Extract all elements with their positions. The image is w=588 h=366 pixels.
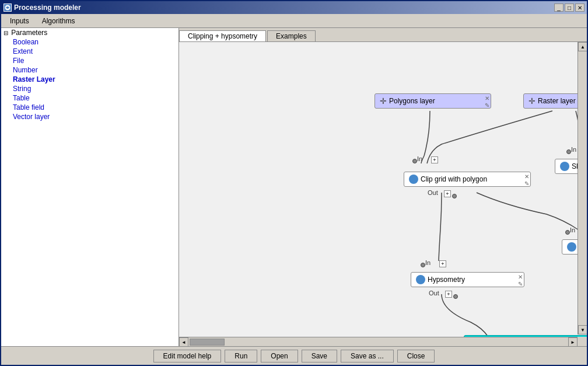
conn-clip-out-dot [452, 194, 457, 198]
footer-bar: Edit model help Run Open Save Save as ..… [1, 346, 587, 365]
globe-icon-rstat [567, 242, 576, 252]
save-button[interactable]: Save [302, 350, 337, 362]
sidebar-item-file[interactable]: File [1, 56, 178, 65]
conn-hyps-out-expand[interactable]: + [445, 291, 452, 298]
node-hyps-close-icon[interactable]: ✕ [518, 274, 523, 280]
node-polygons-edit-icon[interactable]: ✎ [485, 102, 489, 109]
horizontal-scrollbar[interactable]: ◄ ► [179, 337, 578, 346]
scroll-down-button[interactable]: ▼ [578, 325, 587, 334]
conn-clip-in-label: In [417, 155, 422, 162]
scrollbar-thumb[interactable] [190, 339, 225, 346]
run-button[interactable]: Run [225, 350, 257, 362]
sidebar-root[interactable]: ⊟ Parameters [1, 28, 178, 37]
node-polygons-layer-label: Polygons layer [389, 97, 435, 105]
vertical-scrollbar[interactable]: ▲ ▼ [578, 42, 587, 334]
save-as-button[interactable]: Save as ... [341, 350, 394, 362]
scroll-up-button[interactable]: ▲ [578, 42, 587, 51]
title-bar: Processing modeler _ □ ✕ [1, 1, 587, 14]
canvas: ✛ Polygons layer ✕ ✎ ✛ Raster layer ✕ ✎ … [179, 42, 587, 346]
conn-clip-out-expand[interactable]: + [444, 190, 451, 197]
node-hypsometry-label: Hypsometry [428, 276, 465, 284]
conn-hyps-out-label: Out [429, 290, 439, 297]
main-window: Processing modeler _ □ ✕ Inputs Algorith… [0, 0, 588, 366]
conn-slope-in-dot [566, 149, 571, 154]
conn-clip-in-dot [412, 159, 417, 163]
scroll-right-button[interactable]: ► [568, 337, 578, 346]
sidebar-item-string[interactable]: String [1, 84, 178, 93]
tabs-bar: Clipping + hypsometry Examples [179, 28, 587, 42]
plus-icon: ✛ [380, 96, 387, 106]
connections-svg [179, 42, 587, 346]
window-title: Processing modeler [14, 4, 81, 12]
node-clip-grid-label: Clip grid with polygon [421, 175, 487, 183]
sidebar-item-table[interactable]: Table [1, 93, 178, 103]
expand-icon: ⊟ [4, 30, 8, 36]
globe-icon-clip [409, 175, 418, 184]
title-bar-left: Processing modeler [4, 4, 81, 12]
menu-tab-inputs[interactable]: Inputs [4, 15, 36, 27]
globe-icon-hyps [416, 275, 425, 284]
globe-icon-slope [560, 162, 569, 171]
scroll-left-button[interactable]: ◄ [179, 337, 188, 346]
node-clip-edit-icon[interactable]: ✎ [524, 180, 529, 187]
tab-examples[interactable]: Examples [267, 30, 316, 41]
menu-tab-algorithms[interactable]: Algorithms [36, 15, 82, 27]
main-content: ⊟ Parameters Boolean Extent File Number … [1, 28, 587, 346]
node-hyps-edit-icon[interactable]: ✎ [518, 281, 523, 287]
sidebar-item-raster-layer[interactable]: Raster Layer [1, 75, 178, 84]
conn-hyps-in-expand[interactable]: + [439, 260, 446, 267]
conn-slope-in-label: In [571, 146, 576, 153]
close-window-button[interactable]: ✕ [575, 4, 584, 12]
node-clip-grid[interactable]: Clip grid with polygon ✕ ✎ [404, 172, 531, 187]
conn-hyps-in-label: In [425, 259, 430, 266]
maximize-button[interactable]: □ [565, 4, 574, 12]
node-raster-layer-label: Raster layer [538, 97, 576, 105]
minimize-button[interactable]: _ [554, 4, 564, 12]
tab-clipping-hypsometry[interactable]: Clipping + hypsometry [179, 30, 266, 41]
title-bar-controls: _ □ ✕ [554, 4, 584, 12]
open-button[interactable]: Open [261, 350, 298, 362]
app-icon [4, 4, 12, 12]
sidebar-item-table-field[interactable]: Table field [1, 103, 178, 112]
sidebar-item-boolean[interactable]: Boolean [1, 37, 178, 47]
node-polygons-layer[interactable]: ✛ Polygons layer ✕ ✎ [374, 93, 491, 109]
plus-icon-2: ✛ [528, 96, 536, 106]
sidebar-item-number[interactable]: Number [1, 65, 178, 75]
menu-bar: Inputs Algorithms [1, 14, 587, 28]
sidebar-item-extent[interactable]: Extent [1, 47, 178, 56]
sidebar-root-label: Parameters [11, 29, 47, 37]
canvas-wrapper[interactable]: ✛ Polygons layer ✕ ✎ ✛ Raster layer ✕ ✎ … [179, 42, 587, 346]
conn-rstat-in-dot [565, 230, 570, 235]
conn-clip-out-label: Out [428, 189, 438, 196]
edit-model-help-button[interactable]: Edit model help [153, 350, 222, 362]
node-polygons-close-icon[interactable]: ✕ [485, 95, 489, 102]
conn-rstat-in-label: In [570, 226, 575, 233]
scrollbar-corner [578, 337, 587, 346]
canvas-area: Clipping + hypsometry Examples [179, 28, 587, 346]
conn-clip-in-expand[interactable]: + [431, 156, 438, 163]
conn-hyps-in-dot [421, 263, 425, 267]
node-clip-close-icon[interactable]: ✕ [524, 173, 529, 180]
node-hypsometry[interactable]: Hypsometry ✕ ✎ [411, 272, 524, 287]
close-button[interactable]: Close [397, 350, 435, 362]
conn-hyps-out-dot [453, 294, 458, 299]
sidebar: ⊟ Parameters Boolean Extent File Number … [1, 28, 179, 346]
sidebar-item-vector-layer[interactable]: Vector layer [1, 112, 178, 121]
